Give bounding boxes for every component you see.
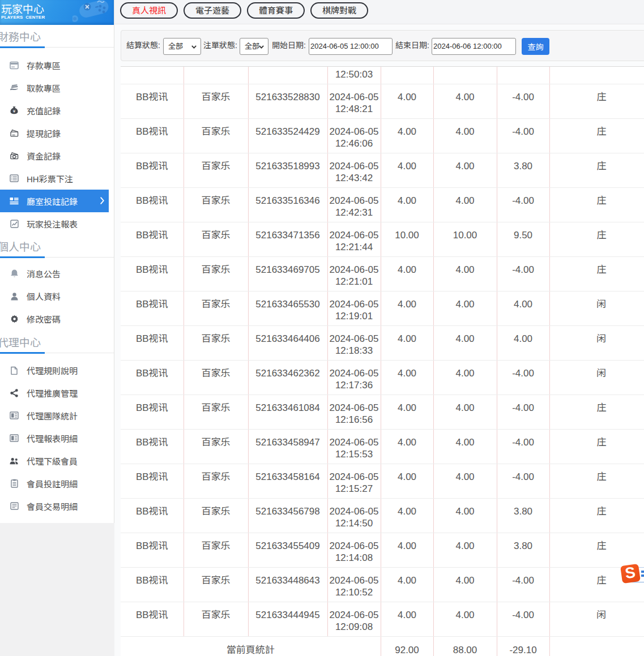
svg-text:¥: ¥ [12, 109, 16, 114]
